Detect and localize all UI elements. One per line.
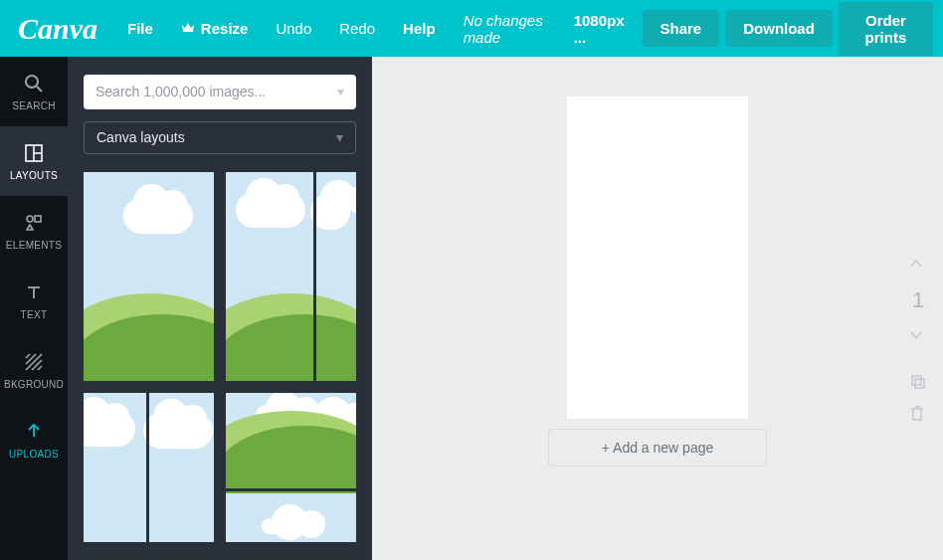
menu-redo[interactable]: Redo	[327, 12, 387, 45]
bkground-icon	[23, 351, 45, 373]
svg-line-13	[38, 366, 42, 370]
text-icon	[23, 281, 45, 303]
rail-text-label: TEXT	[21, 309, 48, 320]
svg-line-1	[37, 87, 42, 92]
crown-icon	[181, 20, 195, 37]
rail-bkground-label: BKGROUND	[4, 379, 64, 390]
layout-template[interactable]	[226, 172, 356, 381]
rail-elements-label: ELEMENTS	[6, 240, 62, 251]
elements-icon	[23, 212, 45, 234]
share-button[interactable]: Share	[643, 10, 720, 47]
menu-help[interactable]: Help	[391, 12, 448, 45]
menu-resize[interactable]: Resize	[169, 12, 261, 45]
layout-template[interactable]	[226, 393, 356, 542]
rail-elements[interactable]: ELEMENTS	[0, 196, 68, 266]
svg-point-0	[26, 76, 38, 88]
delete-page-icon[interactable]	[909, 405, 927, 423]
svg-line-9	[26, 354, 30, 358]
side-panel: Search 1,000,000 images... ▾ Canva layou…	[68, 57, 372, 560]
layout-template[interactable]	[84, 393, 214, 542]
move-down-icon[interactable]	[909, 327, 927, 345]
menu-undo[interactable]: Undo	[264, 12, 323, 45]
canvas-page[interactable]	[567, 96, 748, 419]
rail-uploads[interactable]: UPLOADS	[0, 405, 68, 474]
chevron-down-icon: ▾	[336, 129, 343, 145]
search-input[interactable]: Search 1,000,000 images... ▾	[84, 75, 356, 109]
canvas-area[interactable]: + Add a new page 1	[372, 57, 943, 560]
page-controls: 1	[909, 256, 927, 423]
rail-search[interactable]: SEARCH	[0, 57, 68, 126]
canvas-column: + Add a new page	[548, 96, 767, 467]
rail-layouts[interactable]: LAYOUTS	[0, 126, 68, 196]
order-prints-button[interactable]: Order prints	[839, 2, 933, 56]
layouts-icon	[23, 142, 45, 164]
menu-resize-label: Resize	[201, 20, 249, 37]
rail-uploads-label: UPLOADS	[9, 449, 59, 460]
layouts-grid	[84, 172, 356, 542]
rail-text[interactable]: TEXT	[0, 266, 68, 335]
add-page-button[interactable]: + Add a new page	[548, 429, 767, 467]
svg-rect-16	[915, 379, 924, 388]
search-icon	[23, 73, 45, 94]
layouts-dropdown-label: Canva layouts	[96, 129, 185, 145]
copy-page-icon[interactable]	[909, 373, 927, 391]
menu-group: File Resize Undo Redo Help	[115, 12, 448, 45]
upload-icon	[23, 421, 45, 443]
page-number: 1	[912, 287, 924, 313]
app-body: SEARCH LAYOUTS ELEMENTS TEXT BKGROUND	[0, 57, 943, 560]
download-button[interactable]: Download	[725, 10, 833, 47]
chevron-down-icon: ▾	[337, 84, 344, 99]
rail-bkground[interactable]: BKGROUND	[0, 335, 68, 405]
rail-layouts-label: LAYOUTS	[10, 170, 58, 181]
svg-point-5	[27, 216, 33, 222]
search-placeholder: Search 1,000,000 images...	[95, 84, 266, 99]
layout-template[interactable]	[84, 172, 214, 381]
svg-rect-6	[35, 216, 41, 222]
topbar: Canva File Resize Undo Redo Help No chan…	[0, 0, 943, 57]
menu-file[interactable]: File	[115, 12, 165, 45]
rail-search-label: SEARCH	[12, 100, 55, 111]
layouts-dropdown[interactable]: Canva layouts ▾	[84, 121, 356, 154]
left-rail: SEARCH LAYOUTS ELEMENTS TEXT BKGROUND	[0, 57, 68, 560]
status-text: No changes made	[448, 12, 562, 46]
move-up-icon[interactable]	[909, 256, 927, 274]
svg-rect-15	[912, 376, 921, 385]
dimensions-label[interactable]: 1080px ...	[562, 12, 637, 46]
brand-logo[interactable]: Canva	[10, 12, 115, 46]
